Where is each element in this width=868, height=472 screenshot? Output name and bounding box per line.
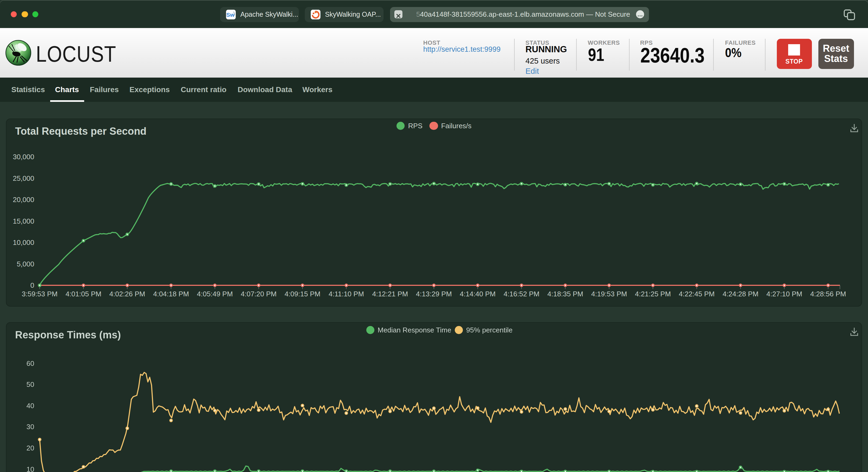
svg-text:15,000: 15,000 xyxy=(13,217,34,225)
svg-text:50: 50 xyxy=(26,380,34,389)
svg-text:4:09:15 PM: 4:09:15 PM xyxy=(285,290,320,298)
svg-text:20,000: 20,000 xyxy=(13,196,34,204)
svg-text:4:02:26 PM: 4:02:26 PM xyxy=(109,290,145,298)
svg-text:4:07:20 PM: 4:07:20 PM xyxy=(241,290,277,298)
svg-text:4:18:35 PM: 4:18:35 PM xyxy=(547,290,583,298)
svg-text:60: 60 xyxy=(26,360,34,368)
svg-text:4:24:28 PM: 4:24:28 PM xyxy=(723,290,758,298)
svg-text:30,000: 30,000 xyxy=(13,153,34,161)
svg-text:25,000: 25,000 xyxy=(13,174,34,182)
svg-text:10,000: 10,000 xyxy=(13,238,34,246)
svg-text:4:04:18 PM: 4:04:18 PM xyxy=(153,290,189,298)
svg-text:20: 20 xyxy=(26,444,34,452)
svg-text:4:28:56 PM: 4:28:56 PM xyxy=(810,290,846,298)
svg-text:Sw: Sw xyxy=(226,11,235,18)
svg-text:4:05:49 PM: 4:05:49 PM xyxy=(197,290,233,298)
svg-text:4:27:10 PM: 4:27:10 PM xyxy=(766,290,802,298)
svg-text:30: 30 xyxy=(26,423,34,431)
svg-text:4:13:29 PM: 4:13:29 PM xyxy=(416,290,452,298)
svg-text:5,000: 5,000 xyxy=(17,260,34,268)
svg-text:4:12:21 PM: 4:12:21 PM xyxy=(372,290,408,298)
svg-text:4:16:52 PM: 4:16:52 PM xyxy=(504,290,539,298)
svg-text:4:01:05 PM: 4:01:05 PM xyxy=(66,290,101,298)
svg-text:4:11:10 PM: 4:11:10 PM xyxy=(329,290,364,298)
svg-text:3:59:53 PM: 3:59:53 PM xyxy=(22,290,58,298)
svg-text:40: 40 xyxy=(26,402,34,410)
svg-text:4:14:40 PM: 4:14:40 PM xyxy=(460,290,496,298)
svg-text:4:22:45 PM: 4:22:45 PM xyxy=(679,290,715,298)
svg-text:4:21:25 PM: 4:21:25 PM xyxy=(635,290,671,298)
svg-text:0: 0 xyxy=(30,281,34,289)
svg-text:10: 10 xyxy=(26,465,34,472)
svg-text:4:19:53 PM: 4:19:53 PM xyxy=(591,290,627,298)
